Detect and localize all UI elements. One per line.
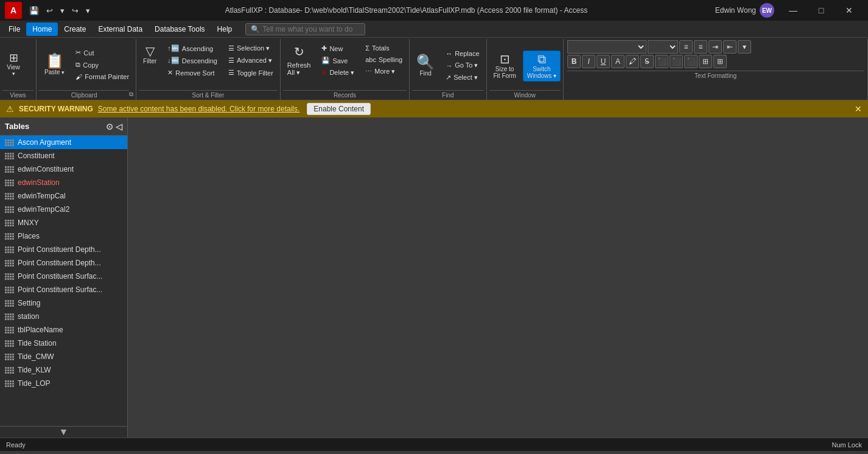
tell-me-box[interactable]: 🔍 (245, 23, 365, 35)
paste-btn[interactable]: 📋 Paste ▾ (39, 52, 70, 77)
underline-btn[interactable]: U (597, 55, 610, 68)
descending-btn[interactable]: ↓🔤 Descending (163, 55, 222, 66)
select-btn[interactable]: ↗ Select ▾ (441, 72, 483, 83)
table-format-btn[interactable]: ⊞ (699, 55, 712, 68)
filter-btn[interactable]: ▽ Filter (139, 43, 161, 67)
table-item[interactable]: Point Constituent Surfac... (0, 283, 127, 296)
view-label: View (7, 64, 20, 71)
menu-help[interactable]: Help (211, 23, 239, 36)
security-message[interactable]: Some active content has been disabled. C… (98, 105, 300, 113)
indent-btn[interactable]: ⇥ (709, 40, 722, 54)
strikethrough-btn[interactable]: S̶ (640, 55, 654, 68)
nav-collapse-icon[interactable]: ◁ (116, 122, 122, 131)
format-painter-btn[interactable]: 🖌 Format Painter (71, 71, 133, 82)
view-btn[interactable]: ⊞ View ▾ (2, 50, 24, 79)
records-col1: ↻ RefreshAll ▾ (283, 43, 315, 79)
spelling-btn[interactable]: abc Spelling (361, 54, 407, 65)
font-size-dropdown[interactable] (648, 40, 678, 54)
security-warning-bar: ⚠ SECURITY WARNING Some active content h… (0, 100, 868, 117)
menu-home[interactable]: Home (26, 23, 58, 36)
search-icon: 🔍 (251, 25, 260, 33)
more-format-btn[interactable]: ▾ (738, 40, 751, 54)
table-item[interactable]: Tide_CMW (0, 350, 127, 363)
copy-icon: ⧉ (75, 61, 80, 69)
selection-btn[interactable]: ☰ Selection ▾ (224, 43, 278, 54)
save-quick-btn[interactable]: 💾 (27, 5, 41, 16)
align-center-btn[interactable]: ⬛ (670, 55, 683, 68)
records-col3: Σ Totals abc Spelling ⋯ More ▾ (361, 43, 407, 77)
table-item[interactable]: edwinConstituent (0, 162, 127, 176)
table-item[interactable]: edwinTempCal (0, 189, 127, 203)
table-item[interactable]: edwinTempCal2 (0, 203, 127, 216)
close-btn[interactable]: ✕ (835, 0, 863, 21)
undo-btn[interactable]: ↩ (44, 5, 55, 16)
table-item[interactable]: Ascon Argument (0, 136, 127, 149)
table-item[interactable]: MNXY (0, 216, 127, 229)
table-icon (5, 206, 14, 213)
copy-btn[interactable]: ⧉ Copy (71, 59, 133, 71)
menu-database-tools[interactable]: Database Tools (149, 23, 211, 36)
enable-content-btn[interactable]: Enable Content (307, 103, 371, 115)
replace-btn[interactable]: ↔ Replace (441, 48, 483, 59)
new-record-btn[interactable]: ✚ New (317, 43, 359, 54)
clipboard-col: ✂ Cut ⧉ Copy 🖌 Format Painter (71, 47, 133, 82)
customize-qa-btn[interactable]: ▾ (83, 5, 93, 16)
size-to-fit-btn[interactable]: ⊡ Size toFit Form (489, 51, 520, 82)
nav-pane-header: Tables ⊙ ◁ (0, 117, 127, 136)
font-color-btn[interactable]: A (611, 55, 625, 68)
tell-me-input[interactable] (262, 25, 360, 33)
find-btn[interactable]: 🔍 Find (412, 52, 439, 79)
table-item[interactable]: Point Constituent Depth... (0, 243, 127, 256)
table-name: Constituent (18, 152, 55, 160)
table-item[interactable]: Constituent (0, 149, 127, 162)
outdent-btn[interactable]: ⇤ (723, 40, 737, 54)
menu-create[interactable]: Create (58, 23, 92, 36)
table-item[interactable]: Places (0, 229, 127, 243)
clipboard-expand-icon[interactable]: ⧉ (129, 91, 133, 98)
table-name: Setting (18, 299, 40, 307)
minimize-btn[interactable]: ― (779, 0, 807, 21)
font-family-dropdown[interactable] (567, 40, 646, 54)
toggle-filter-btn[interactable]: ☰ Toggle Filter (224, 67, 278, 79)
undo-dropdown[interactable]: ▾ (58, 5, 67, 16)
select-icon: ↗ (446, 74, 451, 82)
cut-btn[interactable]: ✂ Cut (71, 47, 133, 58)
security-close-btn[interactable]: ✕ (855, 104, 862, 114)
align-left-btn[interactable]: ⬛ (655, 55, 668, 68)
table-item[interactable]: Point Constituent Surfac... (0, 270, 127, 283)
table-item[interactable]: Setting (0, 296, 127, 310)
bold-btn[interactable]: B (567, 55, 581, 68)
nav-pane-scrollbar[interactable]: ▼ (0, 426, 127, 438)
more-btn[interactable]: ⋯ More ▾ (361, 66, 407, 77)
title-bar: A 💾 ↩ ▾ ↪ ▾ AtlasFullXP : Database- D:\w… (0, 0, 868, 21)
nav-search-icon[interactable]: ⊙ (106, 122, 113, 131)
totals-btn[interactable]: Σ Totals (361, 43, 407, 54)
menu-external-data[interactable]: External Data (92, 23, 149, 36)
italic-btn[interactable]: I (582, 55, 595, 68)
delete-btn[interactable]: ✕ Delete ▾ (317, 67, 359, 79)
extra-format-btn[interactable]: ⊞ (713, 55, 727, 68)
align-right-btn[interactable]: ⬛ (684, 55, 698, 68)
goto-btn[interactable]: → Go To ▾ (441, 60, 483, 71)
redo-btn[interactable]: ↪ (69, 5, 81, 16)
switch-windows-btn[interactable]: ⧉ SwitchWindows ▾ (523, 51, 561, 82)
remove-sort-btn[interactable]: ✕ Remove Sort (163, 67, 222, 79)
ascending-btn[interactable]: ↑🔤 Ascending (163, 43, 222, 54)
table-item[interactable]: Tide_KLW (0, 363, 127, 377)
user-avatar[interactable]: EW (760, 3, 774, 18)
highlight-btn[interactable]: 🖍 (626, 55, 639, 68)
table-item[interactable]: tblPlaceName (0, 323, 127, 337)
advanced-btn[interactable]: ☰ Advanced ▾ (224, 55, 278, 66)
table-item[interactable]: edwinStation (0, 176, 127, 189)
size-to-fit-label: Size toFit Form (494, 66, 516, 79)
table-item[interactable]: Tide Station (0, 337, 127, 350)
menu-file[interactable]: File (2, 23, 26, 36)
maximize-btn[interactable]: □ (807, 0, 835, 21)
refresh-btn[interactable]: ↻ RefreshAll ▾ (283, 43, 315, 79)
table-item[interactable]: station (0, 310, 127, 323)
save-record-btn[interactable]: 💾 Save (317, 55, 359, 66)
table-item[interactable]: Tide_LOP (0, 377, 127, 390)
list-btn-1[interactable]: ≡ (679, 40, 693, 54)
list-btn-2[interactable]: ≡ (694, 40, 707, 54)
table-item[interactable]: Point Constituent Depth... (0, 256, 127, 270)
